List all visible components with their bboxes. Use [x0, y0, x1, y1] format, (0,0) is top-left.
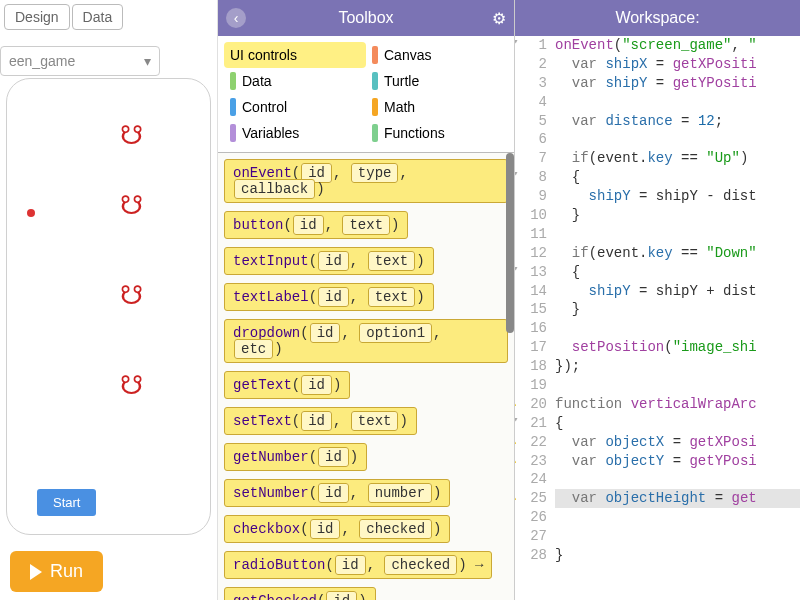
category-math[interactable]: Math: [366, 94, 508, 120]
enemy-sprite: ☋: [115, 119, 147, 151]
preview-pane: Design Data een_game ▾ ☋ ☋ ☋ ☋ Start Run: [0, 0, 218, 600]
line-gutter: ▾1234567▾89101112▾13141516171819▲20▾21▲2…: [515, 36, 555, 600]
code-content[interactable]: onEvent("screen_game", " var shipX = get…: [555, 36, 800, 600]
block-dropdown[interactable]: dropdown(id, option1, etc): [224, 319, 508, 363]
game-canvas: ☋ ☋ ☋ ☋ Start: [7, 79, 210, 534]
run-button[interactable]: Run: [10, 551, 103, 592]
run-label: Run: [50, 561, 83, 582]
workspace-header: Workspace:: [515, 0, 800, 36]
category-list: UI controlsCanvasDataTurtleControlMathVa…: [218, 36, 514, 153]
screen-selector[interactable]: een_game ▾: [0, 46, 160, 76]
block-button[interactable]: button(id, text): [224, 211, 408, 239]
category-control[interactable]: Control: [224, 94, 366, 120]
category-label: Turtle: [384, 73, 419, 89]
block-list: onEvent(id, type, callback)button(id, te…: [218, 153, 514, 600]
block-radioButton[interactable]: radioButton(id, checked) →: [224, 551, 492, 579]
category-label: Data: [242, 73, 272, 89]
run-bar: Run: [0, 543, 217, 600]
swatch-icon: [372, 98, 378, 116]
screen-selector-value: een_game: [9, 53, 75, 69]
block-getChecked[interactable]: getChecked(id): [224, 587, 376, 600]
category-turtle[interactable]: Turtle: [366, 68, 508, 94]
category-canvas[interactable]: Canvas: [366, 42, 508, 68]
block-textInput[interactable]: textInput(id, text): [224, 247, 434, 275]
swatch-icon: [372, 72, 378, 90]
block-onEvent[interactable]: onEvent(id, type, callback): [224, 159, 508, 203]
swatch-icon: [230, 72, 236, 90]
block-checkbox[interactable]: checkbox(id, checked): [224, 515, 450, 543]
phone-frame: ☋ ☋ ☋ ☋ Start: [6, 78, 211, 535]
category-functions[interactable]: Functions: [366, 120, 508, 146]
category-label: UI controls: [230, 47, 297, 63]
toolbox-pane: ‹ Toolbox ⚙ UI controlsCanvasDataTurtleC…: [218, 0, 515, 600]
toolbox-header: ‹ Toolbox ⚙: [218, 0, 514, 36]
enemy-sprite: ☋: [115, 369, 147, 401]
category-label: Math: [384, 99, 415, 115]
tab-data[interactable]: Data: [72, 4, 124, 30]
bullet-sprite: [27, 209, 35, 217]
category-label: Functions: [384, 125, 445, 141]
swatch-icon: [230, 124, 236, 142]
category-label: Canvas: [384, 47, 431, 63]
swatch-icon: [372, 124, 378, 142]
block-getNumber[interactable]: getNumber(id): [224, 443, 367, 471]
category-label: Control: [242, 99, 287, 115]
category-ui-controls[interactable]: UI controls: [224, 42, 366, 68]
start-button[interactable]: Start: [37, 489, 96, 516]
tab-design[interactable]: Design: [4, 4, 70, 30]
play-icon: [30, 564, 42, 580]
category-data[interactable]: Data: [224, 68, 366, 94]
block-getText[interactable]: getText(id): [224, 371, 350, 399]
enemy-sprite: ☋: [115, 189, 147, 221]
block-setText[interactable]: setText(id, text): [224, 407, 417, 435]
enemy-sprite: ☋: [115, 279, 147, 311]
gear-icon[interactable]: ⚙: [492, 9, 506, 28]
category-label: Variables: [242, 125, 299, 141]
code-editor[interactable]: ▾1234567▾89101112▾13141516171819▲20▾21▲2…: [515, 36, 800, 600]
workspace-title: Workspace:: [615, 9, 699, 27]
swatch-icon: [372, 46, 378, 64]
back-icon[interactable]: ‹: [226, 8, 246, 28]
block-textLabel[interactable]: textLabel(id, text): [224, 283, 434, 311]
swatch-icon: [230, 98, 236, 116]
chevron-down-icon: ▾: [144, 53, 151, 69]
toolbox-title: Toolbox: [338, 9, 393, 27]
category-variables[interactable]: Variables: [224, 120, 366, 146]
workspace-pane: Workspace: ▾1234567▾89101112▾13141516171…: [515, 0, 800, 600]
design-data-tabs: Design Data: [0, 0, 217, 34]
block-setNumber[interactable]: setNumber(id, number): [224, 479, 450, 507]
